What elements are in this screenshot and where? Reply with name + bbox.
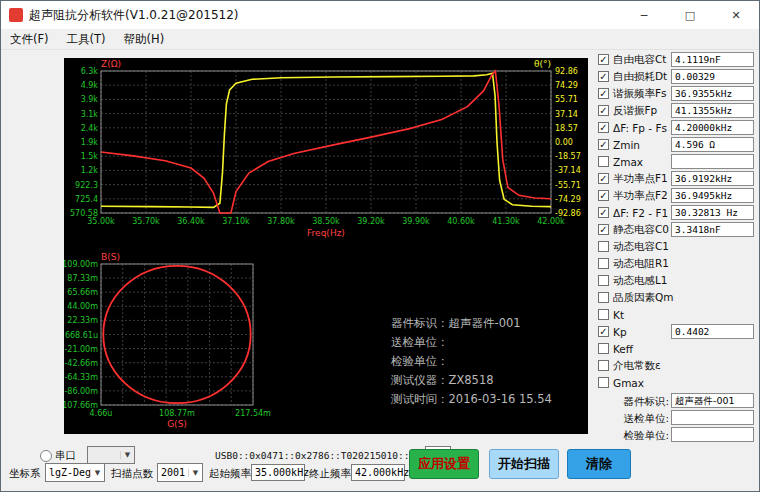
maximize-icon[interactable]: □ <box>667 1 713 29</box>
param-row: ✓ΔF: F2 - F130.32813 Hz <box>594 204 758 221</box>
param-row: Keff <box>594 340 758 357</box>
param-value[interactable]: 36.9192kHz <box>671 171 754 186</box>
param-checkbox[interactable] <box>598 343 609 354</box>
svg-text:-21.00m: -21.00m <box>64 345 98 354</box>
param-row: ✓半功率点F136.9192kHz <box>594 170 758 187</box>
svg-text:1.9k: 1.9k <box>81 138 99 147</box>
svg-text:θ(°): θ(°) <box>534 59 551 69</box>
apply-settings-button[interactable]: 应用设置 <box>409 449 479 479</box>
param-label: 动态电容C1 <box>613 240 669 254</box>
svg-text:-92.86: -92.86 <box>555 209 581 218</box>
svg-text:668.61u: 668.61u <box>65 331 98 340</box>
menubar: 文件(F) 工具(T) 帮助(H) <box>1 29 759 50</box>
param-value[interactable]: 41.1355kHz <box>671 103 754 118</box>
param-checkbox[interactable] <box>598 377 609 388</box>
param-label: 动态电感L1 <box>613 274 668 288</box>
param-checkbox[interactable]: ✓ <box>598 139 609 150</box>
param-checkbox[interactable]: ✓ <box>598 326 609 337</box>
svg-text:74.29: 74.29 <box>555 81 578 90</box>
param-checkbox[interactable] <box>598 258 609 269</box>
app-window: 超声阻抗分析软件(V1.0.21@201512) ─ □ ✕ 文件(F) 工具(… <box>0 0 760 492</box>
svg-text:922.3: 922.3 <box>75 181 98 190</box>
param-checkbox[interactable] <box>598 275 609 286</box>
svg-text:39.90k: 39.90k <box>402 217 430 226</box>
serial-port-combo[interactable]: ▼ <box>87 446 135 464</box>
param-checkbox[interactable] <box>598 156 609 167</box>
param-value[interactable]: 3.3418nF <box>671 222 754 237</box>
param-value[interactable]: 0.4402 <box>671 324 754 339</box>
stop-frequency-input[interactable]: 42.000kHz <box>351 464 405 481</box>
param-checkbox[interactable] <box>598 360 609 371</box>
param-checkbox[interactable]: ✓ <box>598 207 609 218</box>
param-checkbox[interactable] <box>598 292 609 303</box>
param-value[interactable]: 30.32813 Hz <box>671 205 754 220</box>
param-label: 反谐振Fp <box>613 104 657 118</box>
param-value[interactable]: 4.20000kHz <box>671 120 754 135</box>
serial-port-radio[interactable] <box>40 450 52 462</box>
param-label: Zmax <box>613 156 643 168</box>
svg-text:6.3k: 6.3k <box>81 67 99 76</box>
chevron-down-icon: ▼ <box>90 469 104 477</box>
svg-text:22.33m: 22.33m <box>67 316 98 325</box>
param-checkbox[interactable]: ✓ <box>598 173 609 184</box>
param-row: ✓谐振频率Fs36.9355kHz <box>594 85 758 102</box>
param-row: Gmax <box>594 374 758 391</box>
param-label: 静态电容C0 <box>613 223 669 237</box>
svg-text:Freq(Hz): Freq(Hz) <box>307 228 345 238</box>
test-time-line: 测试时间：2016-03-16 15.54 <box>391 390 552 409</box>
id-field-input[interactable] <box>671 410 754 425</box>
param-checkbox[interactable]: ✓ <box>598 54 609 65</box>
svg-text:37.10k: 37.10k <box>222 217 250 226</box>
svg-text:1.5k: 1.5k <box>81 152 99 161</box>
param-checkbox[interactable]: ✓ <box>598 105 609 116</box>
param-value[interactable]: 36.9495kHz <box>671 188 754 203</box>
serial-port-label: 串口 <box>55 449 76 463</box>
svg-text:108.77m: 108.77m <box>159 409 195 418</box>
svg-text:42.00k: 42.00k <box>537 217 565 226</box>
inspector-line: 检验单位： <box>391 352 552 371</box>
param-checkbox[interactable]: ✓ <box>598 88 609 99</box>
param-label: Gmax <box>613 377 644 389</box>
minimize-icon[interactable]: ─ <box>621 1 667 29</box>
chevron-down-icon: ▼ <box>188 469 202 477</box>
id-field-row: 器件标识:超声器件-001 <box>594 393 758 410</box>
svg-text:65.66m: 65.66m <box>67 288 98 297</box>
svg-text:-55.71: -55.71 <box>555 181 581 190</box>
stop-frequency-label: 终止频率 <box>309 467 351 481</box>
menu-tools[interactable]: 工具(T) <box>58 30 115 49</box>
param-label: 介电常数ε <box>613 359 661 373</box>
start-scan-button[interactable]: 开始扫描 <box>489 449 559 479</box>
param-value[interactable]: 0.00329 <box>671 69 754 84</box>
param-value[interactable]: 36.9355kHz <box>671 86 754 101</box>
start-frequency-label: 起始频率 <box>209 467 251 481</box>
svg-text:1.2k: 1.2k <box>81 166 99 175</box>
param-checkbox[interactable] <box>598 309 609 320</box>
menu-file[interactable]: 文件(F) <box>1 30 58 49</box>
param-row: 介电常数ε <box>594 357 758 374</box>
svg-text:4.9k: 4.9k <box>81 81 99 90</box>
id-field-input[interactable]: 超声器件-001 <box>671 393 754 408</box>
scan-points-combo[interactable]: 2001▼ <box>157 463 203 482</box>
param-row: ✓Kp0.4402 <box>594 323 758 340</box>
svg-text:-18.57: -18.57 <box>555 152 581 161</box>
param-checkbox[interactable]: ✓ <box>598 190 609 201</box>
param-checkbox[interactable]: ✓ <box>598 224 609 235</box>
svg-text:-74.29: -74.29 <box>555 195 581 204</box>
menu-help[interactable]: 帮助(H) <box>115 30 174 49</box>
param-row: 动态电容C1 <box>594 238 758 255</box>
param-checkbox[interactable]: ✓ <box>598 122 609 133</box>
param-row: 品质因素Qm <box>594 289 758 306</box>
start-frequency-input[interactable]: 35.000kHz <box>251 464 305 481</box>
coord-system-combo[interactable]: lgZ-Deg▼ <box>45 463 105 482</box>
close-icon[interactable]: ✕ <box>713 1 759 29</box>
id-field-label: 送检单位: <box>623 412 669 426</box>
param-value[interactable] <box>671 154 754 169</box>
param-checkbox[interactable]: ✓ <box>598 71 609 82</box>
param-row: ✓自由损耗Dt0.00329 <box>594 68 758 85</box>
id-field-input[interactable] <box>671 427 754 442</box>
coord-system-label: 坐标系 <box>9 467 41 481</box>
clear-button[interactable]: 清除 <box>567 449 631 479</box>
param-value[interactable]: 4.1119nF <box>671 52 754 67</box>
param-value[interactable]: 4.596 Ω <box>671 137 754 152</box>
param-checkbox[interactable] <box>598 241 609 252</box>
